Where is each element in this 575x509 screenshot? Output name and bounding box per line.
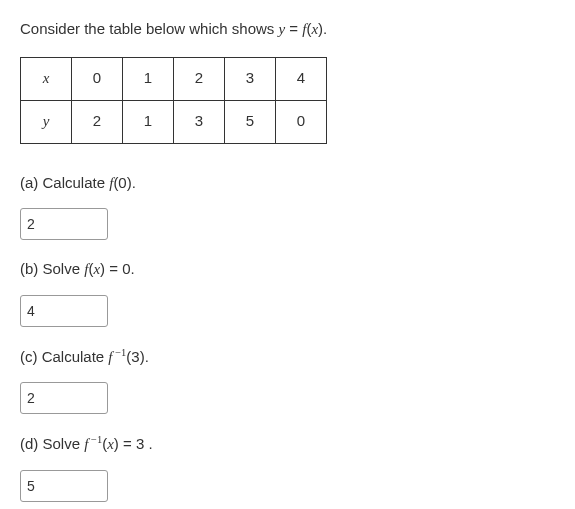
y-cell: 1 — [123, 100, 174, 143]
x-cell: 3 — [225, 57, 276, 100]
part-b-eq: = 0 — [105, 260, 130, 277]
x-cell: 0 — [72, 57, 123, 100]
part-c-tail: . — [145, 348, 149, 365]
part-d-eq: = 3 — [119, 435, 144, 452]
part-b-text: (b) Solve — [20, 260, 84, 277]
function-table: x 0 1 2 3 4 y 2 1 3 5 0 — [20, 57, 327, 144]
x-cell: 4 — [276, 57, 327, 100]
answer-input-a[interactable] — [20, 208, 108, 240]
part-d-label: (d) Solve f −1(x) = 3 . — [20, 432, 555, 456]
y-cell: 0 — [276, 100, 327, 143]
y-row-label: y — [21, 100, 72, 143]
y-cell: 5 — [225, 100, 276, 143]
part-a-arg: (0) — [113, 174, 131, 191]
x-row-label: x — [21, 57, 72, 100]
answer-input-c[interactable] — [20, 382, 108, 414]
table-row: y 2 1 3 5 0 — [21, 100, 327, 143]
part-b-tail: . — [130, 260, 134, 277]
prompt-suffix: . — [323, 20, 327, 37]
part-a-tail: . — [132, 174, 136, 191]
part-c-text: (c) Calculate — [20, 348, 108, 365]
part-d-tail: . — [144, 435, 152, 452]
answer-input-b[interactable] — [20, 295, 108, 327]
part-d-text: (d) Solve — [20, 435, 84, 452]
part-a-text: (a) Calculate — [20, 174, 109, 191]
part-d-exp: −1 — [88, 434, 102, 445]
part-d-var: x — [107, 436, 114, 452]
x-cell: 1 — [123, 57, 174, 100]
part-a-label: (a) Calculate f(0). — [20, 172, 555, 195]
y-cell: 2 — [72, 100, 123, 143]
part-b-label: (b) Solve f(x) = 0. — [20, 258, 555, 281]
table-row: x 0 1 2 3 4 — [21, 57, 327, 100]
y-cell: 3 — [174, 100, 225, 143]
prompt-prefix: Consider the table below which shows — [20, 20, 278, 37]
part-c-exp: −1 — [113, 347, 127, 358]
part-c-arg: (3) — [126, 348, 144, 365]
part-c-label: (c) Calculate f −1(3). — [20, 345, 555, 369]
answer-input-d[interactable] — [20, 470, 108, 502]
x-cell: 2 — [174, 57, 225, 100]
eq-sign: = — [285, 20, 302, 37]
question-prompt: Consider the table below which shows y =… — [20, 18, 555, 41]
